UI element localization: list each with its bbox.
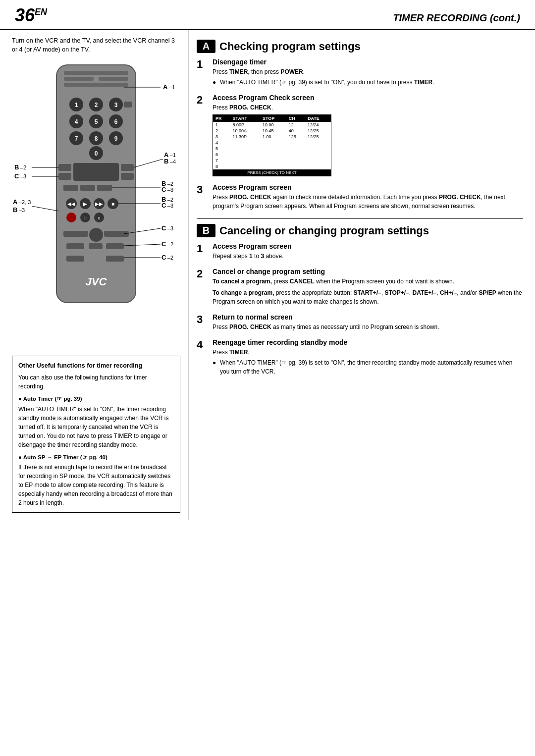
svg-rect-29	[121, 164, 134, 171]
auto-sp-label: ● Auto SP → EP Timer (☞ pg. 40)	[18, 453, 174, 462]
svg-text:4: 4	[75, 118, 78, 125]
svg-text:5: 5	[95, 118, 98, 125]
page-number: 36EN	[15, 5, 47, 26]
step-a1-text1: Press TIMER, then press POWER.	[213, 67, 523, 76]
svg-rect-47	[63, 231, 88, 237]
svg-rect-28	[73, 163, 119, 181]
svg-rect-53	[66, 256, 84, 262]
main-content: Turn on the VCR and the TV, and select t…	[0, 30, 535, 520]
step-a3-heading: Access Program screen	[213, 183, 523, 191]
svg-rect-54	[106, 256, 124, 262]
auto-timer-label: ● Auto Timer (☞ pg. 39)	[18, 395, 174, 403]
step-b1-heading: Access Program screen	[213, 242, 523, 250]
step-b2-content: Cancel or change program setting To canc…	[213, 268, 523, 306]
svg-rect-51	[89, 243, 103, 249]
section-a-title: Checking program settings	[219, 40, 361, 53]
svg-text:–2: –2	[167, 197, 173, 203]
svg-text:B: B	[14, 163, 19, 171]
table-row: 18:00P10:001212/24	[213, 122, 331, 128]
step-a1-heading: Disengage timer	[213, 58, 523, 66]
svg-rect-26	[58, 164, 71, 171]
svg-rect-27	[58, 173, 71, 180]
svg-text:C: C	[161, 240, 166, 248]
svg-line-65	[134, 159, 163, 167]
svg-text:3: 3	[114, 102, 118, 108]
svg-rect-3	[99, 77, 128, 81]
svg-text:B: B	[164, 158, 168, 165]
intro-text: Turn on the VCR and the TV, and select t…	[12, 37, 180, 54]
svg-text:▶▶: ▶▶	[95, 201, 103, 207]
svg-text:⏸: ⏸	[83, 216, 88, 220]
svg-text:–2: –2	[167, 181, 173, 187]
step-a3-num: 3	[197, 183, 208, 211]
svg-text:–1: –1	[169, 84, 175, 90]
svg-line-75	[32, 206, 58, 211]
step-b4-content: Reengage timer recording standby mode Pr…	[213, 338, 523, 376]
section-b-header: B Canceling or changing program settings	[197, 224, 523, 237]
right-column: A Checking program settings 1 Disengage …	[188, 30, 535, 520]
step-a2-num: 2	[197, 94, 208, 176]
svg-point-48	[89, 228, 103, 242]
svg-text:–2: –2	[167, 255, 173, 261]
step-a2: 2 Access Program Check screen Press PROG…	[197, 94, 523, 176]
step-b3-text: Press PROG. CHECK as many times as neces…	[213, 323, 523, 331]
svg-text:–3: –3	[19, 207, 25, 213]
auto-sp-text: If there is not enough tape to record th…	[18, 463, 174, 507]
step-a3: 3 Access Program screen Press PROG. CHEC…	[197, 183, 523, 211]
auto-timer-text: When "AUTO TIMER" is set to "ON", the ti…	[18, 405, 174, 449]
svg-text:C: C	[14, 172, 19, 180]
table-row: 7	[213, 158, 331, 163]
svg-text:–3: –3	[20, 173, 26, 179]
step-b3-num: 3	[197, 313, 208, 331]
svg-rect-30	[121, 173, 134, 180]
svg-text:◀◀: ◀◀	[67, 201, 75, 207]
svg-text:–3: –3	[167, 203, 173, 209]
table-footer: PRESS (CHECK) TO NEXT	[213, 169, 331, 176]
svg-text:–1: –1	[170, 152, 176, 158]
step-b4-text: Press TIMER.	[213, 348, 523, 357]
table-row: 210:00A10:454012/25	[213, 128, 331, 134]
svg-text:II: II	[98, 216, 100, 220]
svg-text:C: C	[161, 224, 166, 232]
step-b3-content: Return to normal screen Press PROG. CHEC…	[213, 313, 523, 331]
col-date: DATE	[305, 115, 331, 122]
svg-text:–2, 3: –2, 3	[19, 199, 31, 205]
step-a3-content: Access Program screen Press PROG. CHECK …	[213, 183, 523, 211]
svg-text:B: B	[13, 206, 17, 214]
svg-text:–4: –4	[170, 159, 176, 164]
step-b1: 1 Access Program screen Repeat steps 1 t…	[197, 242, 523, 261]
step-b2-change: To change a program, press the appropria…	[213, 288, 523, 306]
section-a-header: A Checking program settings	[197, 40, 523, 53]
step-a3-text: Press PROG. CHECK again to check more de…	[213, 193, 523, 211]
svg-text:C: C	[161, 254, 166, 261]
svg-text:C: C	[161, 202, 166, 209]
table-row: 5	[213, 146, 331, 152]
svg-rect-52	[106, 243, 124, 249]
table-row: 4	[213, 140, 331, 146]
step-a2-heading: Access Program Check screen	[213, 94, 523, 102]
svg-rect-32	[80, 185, 95, 191]
svg-text:–2: –2	[20, 164, 26, 170]
svg-rect-31	[63, 185, 78, 191]
page-title: TIMER RECORDING (cont.)	[393, 12, 520, 24]
step-b2-num: 2	[197, 268, 208, 306]
svg-rect-4	[64, 83, 128, 87]
step-b4-heading: Reengage timer recording standby mode	[213, 338, 523, 346]
svg-text:JVC: JVC	[86, 275, 107, 288]
step-b2-cancel: To cancel a program, press CANCEL when t…	[213, 277, 523, 286]
svg-text:9: 9	[114, 135, 118, 142]
svg-text:7: 7	[75, 135, 78, 142]
step-b1-text: Repeat steps 1 to 3 above.	[213, 252, 523, 261]
step-b4-num: 4	[197, 338, 208, 376]
section-b-badge: B	[197, 224, 215, 237]
step-b1-num: 1	[197, 242, 208, 261]
step-b1-content: Access Program screen Repeat steps 1 to …	[213, 242, 523, 261]
section-a-badge: A	[197, 40, 215, 53]
svg-text:1: 1	[75, 102, 78, 108]
svg-text:6: 6	[114, 118, 118, 125]
step-a1-bullet: ● When "AUTO TIMER" (☞ pg. 39) is set to…	[213, 78, 523, 87]
svg-text:0: 0	[95, 150, 98, 157]
step-a1: 1 Disengage timer Press TIMER, then pres…	[197, 58, 523, 87]
superscript: EN	[35, 7, 47, 17]
col-pr: PR	[213, 115, 230, 122]
